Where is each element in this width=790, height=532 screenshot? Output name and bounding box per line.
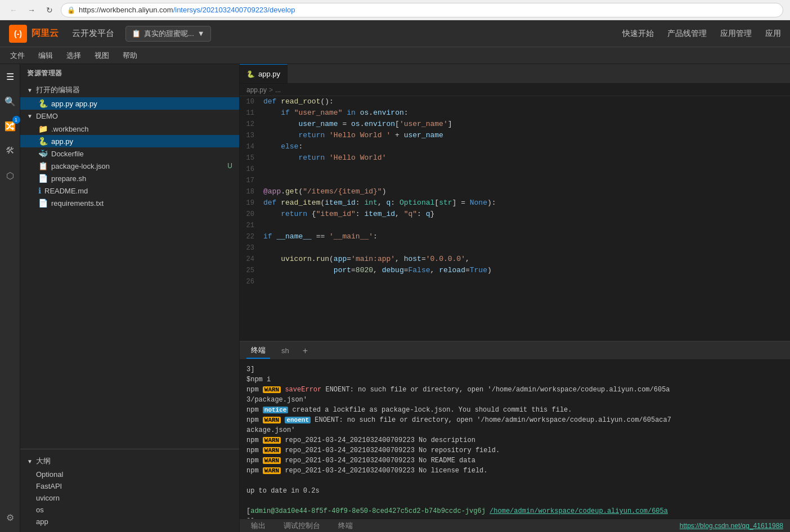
breadcrumb-path[interactable]: ... bbox=[275, 86, 281, 94]
line-content-12: user_name = os.environ['user_name'] bbox=[263, 119, 790, 130]
line-num-19: 19 bbox=[240, 197, 263, 209]
file-prepare[interactable]: 📄 prepare.sh bbox=[20, 172, 239, 184]
code-line-17: 17 bbox=[240, 175, 790, 186]
sidebar-explorer-icon[interactable]: ☰ bbox=[2, 69, 18, 84]
status-link[interactable]: https://blog.csdn.net/qq_41611988 bbox=[680, 522, 783, 530]
terminal-admin: admin@3da10e44-8f5f-40f9-8e50-8ced427c5c… bbox=[250, 507, 486, 515]
nav-quick-start[interactable]: 快速开始 bbox=[622, 29, 654, 39]
terminal-tab-terminal[interactable]: 终端 bbox=[246, 343, 270, 359]
terminal-line-1: 3] bbox=[246, 364, 783, 375]
open-editors-section[interactable]: ▼ 打开的编辑器 bbox=[20, 83, 239, 97]
open-file-apppy[interactable]: 🐍 app.py app.py bbox=[20, 97, 239, 110]
line-content-10: def read_root(): bbox=[263, 96, 790, 107]
app-header: (-) 阿里云 云开发平台 📋 真实的甜蜜呢... ▼ 快速开始 产品线管理 应… bbox=[0, 20, 790, 47]
line-num-21: 21 bbox=[240, 220, 263, 231]
nav-product-mgmt[interactable]: 产品线管理 bbox=[667, 29, 707, 39]
file-apppy[interactable]: 🐍 app.py bbox=[20, 135, 239, 147]
terminal-line-2: $npm i bbox=[246, 375, 783, 385]
terminal-path[interactable]: /home/admin/workspace/codeup.aliyun.com/… bbox=[490, 507, 668, 515]
tab-python-icon: 🐍 bbox=[246, 70, 255, 78]
terminal-line-3: npm WARN saveError ENOENT: no such file … bbox=[246, 385, 783, 395]
notice-badge-1: notice bbox=[263, 407, 289, 413]
outline-app[interactable]: app bbox=[20, 516, 239, 528]
code-line-25: 25 port=8020, debug=False, reload=True) bbox=[240, 265, 790, 276]
terminal-tab-sh[interactable]: sh bbox=[277, 344, 294, 357]
line-content-26 bbox=[263, 276, 790, 287]
terminal-line-9: npm WARN repo_2021-03-24_202103240070922… bbox=[246, 445, 783, 456]
chevron-down-icon: ▼ bbox=[198, 29, 205, 38]
line-content-24: uvicorn.run(app='main:app', host='0.0.0.… bbox=[263, 254, 790, 265]
line-content-16 bbox=[263, 164, 790, 175]
menu-select[interactable]: 选择 bbox=[61, 49, 87, 62]
line-content-19: def read_item(item_id: int, q: Optional[… bbox=[263, 197, 790, 209]
line-num-20: 20 bbox=[240, 209, 263, 220]
forward-button[interactable]: → bbox=[25, 3, 38, 17]
menu-file[interactable]: 文件 bbox=[5, 49, 30, 62]
python-icon: 🐍 bbox=[38, 137, 48, 146]
code-line-15: 15 return 'Hello World' bbox=[240, 152, 790, 164]
nav-app-mgmt[interactable]: 应用管理 bbox=[720, 29, 752, 39]
line-num-10: 10 bbox=[240, 96, 263, 107]
nav-app[interactable]: 应用 bbox=[765, 29, 781, 39]
code-line-26: 26 bbox=[240, 276, 790, 287]
tab-apppy[interactable]: 🐍 app.py bbox=[240, 64, 288, 83]
code-line-10: 10 def read_root(): bbox=[240, 96, 790, 107]
debug-console-tab[interactable]: 调试控制台 bbox=[279, 519, 325, 533]
line-content-20: return {"item_id": item_id, "q": q} bbox=[263, 209, 790, 220]
add-terminal-button[interactable]: + bbox=[300, 346, 310, 356]
sidebar-debug-icon[interactable]: 🛠 bbox=[2, 143, 18, 159]
warn-badge-6: WARN bbox=[263, 467, 281, 474]
terminal-area: 终端 sh + 3] $npm i npm WARN saveError ENO… bbox=[240, 341, 790, 532]
editor-area: 🐍 app.py app.py > ... 10 def read_root()… bbox=[240, 64, 790, 532]
warn-badge-1: WARN bbox=[263, 386, 281, 393]
menu-edit[interactable]: 编辑 bbox=[33, 49, 59, 62]
terminal-line-8: npm WARN repo_2021-03-24_202103240070922… bbox=[246, 435, 783, 445]
line-num-17: 17 bbox=[240, 175, 263, 186]
terminal-line-4: 3/package.json' bbox=[246, 395, 783, 405]
breadcrumb-file[interactable]: app.py bbox=[246, 86, 267, 94]
menu-help[interactable]: 帮助 bbox=[117, 49, 143, 62]
outline-header[interactable]: ▼ 大纲 bbox=[20, 454, 239, 468]
terminal-content[interactable]: 3] $npm i npm WARN saveError ENOENT: no … bbox=[240, 360, 790, 519]
file-prepare-name: prepare.sh bbox=[51, 174, 232, 183]
line-content-14: else: bbox=[263, 141, 790, 152]
file-package-lock[interactable]: 📋 package-lock.json U bbox=[20, 160, 239, 172]
refresh-button[interactable]: ↻ bbox=[43, 3, 56, 17]
outline-section: ▼ 大纲 Optional FastAPI uvicorn os app bbox=[20, 449, 239, 532]
git-badge: 1 bbox=[12, 116, 20, 124]
demo-section[interactable]: ▼ DEMO bbox=[20, 110, 239, 123]
sidebar-search-icon[interactable]: 🔍 bbox=[2, 93, 18, 109]
txt-icon: 📄 bbox=[38, 199, 48, 208]
outline-fastapi[interactable]: FastAPI bbox=[20, 480, 239, 492]
sidebar-extensions-icon[interactable]: ⬡ bbox=[2, 168, 18, 183]
menu-view[interactable]: 视图 bbox=[89, 49, 115, 62]
line-num-18: 18 bbox=[240, 186, 263, 197]
project-selector[interactable]: 📋 真实的甜蜜呢... ▼ bbox=[125, 26, 211, 42]
code-editor[interactable]: 10 def read_root(): 11 if "user_name" in… bbox=[240, 96, 790, 341]
sidebar-git-icon[interactable]: 🔀 1 bbox=[2, 118, 18, 134]
script-icon: 📄 bbox=[38, 174, 48, 183]
demo-chevron: ▼ bbox=[27, 113, 33, 119]
code-line-13: 13 return 'Hello World ' + user_name bbox=[240, 130, 790, 141]
url-bar[interactable]: 🔒 https://workbench.aliyun.com/intersys/… bbox=[61, 3, 783, 17]
line-num-12: 12 bbox=[240, 119, 263, 130]
file-requirements[interactable]: 📄 requirements.txt bbox=[20, 197, 239, 209]
file-readme[interactable]: ℹ README.md bbox=[20, 184, 239, 197]
back-button[interactable]: ← bbox=[7, 3, 20, 17]
brand-name: 阿里云 bbox=[32, 28, 59, 39]
main-layout: ☰ 🔍 🔀 1 🛠 ⬡ ⚙ 资源管理器 ▼ 打开的编辑器 🐍 app.py ap… bbox=[0, 64, 790, 532]
line-num-14: 14 bbox=[240, 141, 263, 152]
file-apppy-name: app.py bbox=[51, 137, 232, 146]
outline-optional[interactable]: Optional bbox=[20, 468, 239, 480]
terminal-footer-tab[interactable]: 终端 bbox=[334, 519, 357, 533]
output-tab[interactable]: 输出 bbox=[246, 519, 270, 533]
sidebar-settings-icon[interactable]: ⚙ bbox=[2, 510, 18, 525]
browser-bar: ← → ↻ 🔒 https://workbench.aliyun.com/int… bbox=[0, 0, 790, 20]
editor-tabs: 🐍 app.py bbox=[240, 64, 790, 84]
file-workbench[interactable]: 📁 .workbench bbox=[20, 123, 239, 135]
file-dockerfile[interactable]: 🐳 Dockerfile bbox=[20, 147, 239, 160]
line-num-11: 11 bbox=[240, 107, 263, 119]
docker-icon: 🐳 bbox=[38, 149, 48, 158]
outline-uvicorn[interactable]: uvicorn bbox=[20, 492, 239, 504]
outline-os[interactable]: os bbox=[20, 504, 239, 516]
